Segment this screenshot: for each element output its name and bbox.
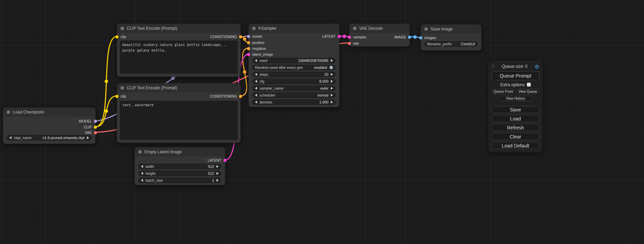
node-vae-decode[interactable]: VAE Decode samples vae IMAGE: [349, 24, 410, 47]
latent-slot-dot[interactable]: [338, 35, 341, 38]
widget-scheduler[interactable]: scheduler normal: [252, 92, 336, 98]
widget-width[interactable]: width 512: [138, 164, 221, 169]
node-empty-latent-image[interactable]: Empty Latent Image LATENT width 512 heig…: [134, 147, 225, 185]
output-slot-model[interactable]: MODEL: [79, 119, 97, 124]
increment-arrow-icon[interactable]: [331, 101, 333, 103]
input-slot-negative[interactable]: negative: [247, 46, 266, 51]
increment-arrow-icon[interactable]: [217, 179, 219, 182]
input-slot-samples[interactable]: samples: [348, 35, 367, 39]
settings-gear-icon[interactable]: ⚙: [535, 64, 539, 69]
conditioning-slot-dot[interactable]: [239, 35, 242, 38]
decrement-arrow-icon[interactable]: [141, 179, 143, 182]
collapse-dot-icon[interactable]: [7, 110, 10, 114]
increment-arrow-icon[interactable]: [331, 59, 333, 62]
save-button[interactable]: Save: [492, 106, 539, 113]
node-title-bar[interactable]: Empty Latent Image: [135, 147, 225, 156]
node-canvas[interactable]: Load Checkpoint MODEL CLIP VAE ckpt_name…: [0, 0, 644, 244]
decrement-arrow-icon[interactable]: [255, 101, 257, 103]
toggle-knob[interactable]: [329, 66, 333, 69]
output-slot-latent[interactable]: LATENT: [208, 158, 227, 163]
widget-batch-size[interactable]: batch_size 1: [138, 178, 221, 183]
widget-steps[interactable]: steps 20: [252, 72, 336, 77]
vae-slot-dot[interactable]: [348, 42, 351, 45]
conditioning-slot-dot[interactable]: [247, 47, 250, 50]
node-load-checkpoint[interactable]: Load Checkpoint MODEL CLIP VAE ckpt_name…: [3, 107, 96, 144]
collapse-dot-icon[interactable]: [138, 150, 142, 154]
widget-cfg[interactable]: cfg 8.000: [252, 79, 336, 84]
increment-arrow-icon[interactable]: [87, 136, 89, 139]
prompt-textarea[interactable]: text, watermark: [120, 101, 238, 140]
output-slot-conditioning[interactable]: CONDITIONING: [210, 94, 242, 99]
node-title-bar[interactable]: Load Checkpoint: [3, 108, 95, 117]
decrement-arrow-icon[interactable]: [255, 94, 257, 97]
increment-arrow-icon[interactable]: [331, 80, 333, 83]
increment-arrow-icon[interactable]: [331, 87, 333, 90]
decrement-arrow-icon[interactable]: [9, 136, 11, 139]
input-slot-clip[interactable]: clip: [115, 94, 126, 99]
increment-arrow-icon[interactable]: [217, 165, 219, 168]
widget-filename-prefix[interactable]: filename_prefix ComfyUI: [424, 41, 478, 47]
node-title-bar[interactable]: CLIP Text Encode (Prompt): [117, 83, 240, 92]
extra-options-checkbox[interactable]: [527, 83, 531, 87]
output-slot-clip[interactable]: CLIP: [84, 125, 97, 129]
model-slot-dot[interactable]: [94, 120, 97, 123]
conditioning-slot-dot[interactable]: [247, 41, 250, 44]
increment-arrow-icon[interactable]: [331, 94, 333, 97]
queue-prompt-button[interactable]: Queue Prompt: [492, 71, 539, 80]
decrement-arrow-icon[interactable]: [255, 59, 257, 62]
widget-random-seed-toggle[interactable]: Random seed after every gen enabled: [252, 65, 336, 70]
refresh-button[interactable]: Refresh: [492, 124, 539, 131]
image-slot-dot[interactable]: [408, 36, 411, 39]
image-slot-dot[interactable]: [419, 36, 422, 39]
clip-slot-dot[interactable]: [115, 35, 118, 38]
clip-slot-dot[interactable]: [115, 95, 118, 98]
view-history-button[interactable]: View History: [498, 96, 532, 101]
collapse-dot-icon[interactable]: [424, 27, 428, 31]
clip-slot-dot[interactable]: [94, 126, 97, 129]
vae-slot-dot[interactable]: [94, 131, 97, 134]
node-title-bar[interactable]: VAE Decode: [350, 24, 409, 33]
widget-ckpt-name[interactable]: ckpt_name v1-5-pruned-emaonly.ckpt: [7, 135, 92, 141]
node-ksampler[interactable]: KSampler model positive negative latent_…: [248, 24, 339, 107]
widget-height[interactable]: height 512: [138, 171, 221, 176]
increment-arrow-icon[interactable]: [217, 172, 219, 175]
node-save-image[interactable]: Save Image images filename_prefix ComfyU…: [421, 24, 482, 51]
input-slot-vae[interactable]: vae: [348, 41, 359, 46]
decrement-arrow-icon[interactable]: [141, 172, 143, 175]
model-slot-dot[interactable]: [247, 35, 250, 38]
output-slot-image[interactable]: IMAGE: [394, 35, 411, 39]
input-slot-images[interactable]: images: [419, 35, 436, 40]
latent-slot-dot[interactable]: [348, 36, 351, 39]
drag-handle-icon[interactable]: ⠿: [492, 64, 495, 69]
collapse-dot-icon[interactable]: [121, 27, 124, 30]
widget-denoise[interactable]: denoise 1.000: [252, 99, 336, 105]
latent-slot-dot[interactable]: [223, 159, 227, 162]
decrement-arrow-icon[interactable]: [255, 87, 257, 90]
collapse-dot-icon[interactable]: [353, 27, 356, 30]
decrement-arrow-icon[interactable]: [255, 73, 257, 76]
node-clip-text-encode-positive[interactable]: CLIP Text Encode (Prompt) clip CONDITION…: [117, 24, 241, 77]
increment-arrow-icon[interactable]: [331, 73, 333, 76]
input-slot-positive[interactable]: positive: [247, 40, 265, 45]
conditioning-slot-dot[interactable]: [239, 95, 242, 98]
output-slot-vae[interactable]: VAE: [85, 130, 97, 135]
input-slot-model[interactable]: model: [247, 34, 262, 39]
widget-seed[interactable]: seed 156680208700286: [252, 58, 336, 63]
input-slot-latent-image[interactable]: latent_image: [247, 52, 273, 57]
queue-front-button[interactable]: Queue Front: [492, 89, 515, 94]
collapse-dot-icon[interactable]: [121, 86, 124, 90]
prompt-textarea[interactable]: beautiful scenery nature glass bottle la…: [120, 40, 238, 74]
view-queue-button[interactable]: View Queue: [516, 89, 539, 94]
decrement-arrow-icon[interactable]: [255, 80, 257, 83]
load-default-button[interactable]: Load Default: [492, 142, 539, 149]
node-clip-text-encode-negative[interactable]: CLIP Text Encode (Prompt) clip CONDITION…: [117, 83, 241, 143]
node-title-bar[interactable]: Save Image: [421, 25, 481, 34]
decrement-arrow-icon[interactable]: [141, 165, 143, 168]
node-title-bar[interactable]: KSampler: [249, 24, 339, 33]
input-slot-clip[interactable]: clip: [115, 34, 126, 39]
widget-sampler-name[interactable]: sampler_name euler: [252, 85, 336, 91]
node-title-bar[interactable]: CLIP Text Encode (Prompt): [117, 24, 240, 33]
output-slot-latent[interactable]: LATENT: [322, 34, 341, 39]
load-button[interactable]: Load: [492, 115, 539, 122]
collapse-dot-icon[interactable]: [252, 27, 256, 30]
